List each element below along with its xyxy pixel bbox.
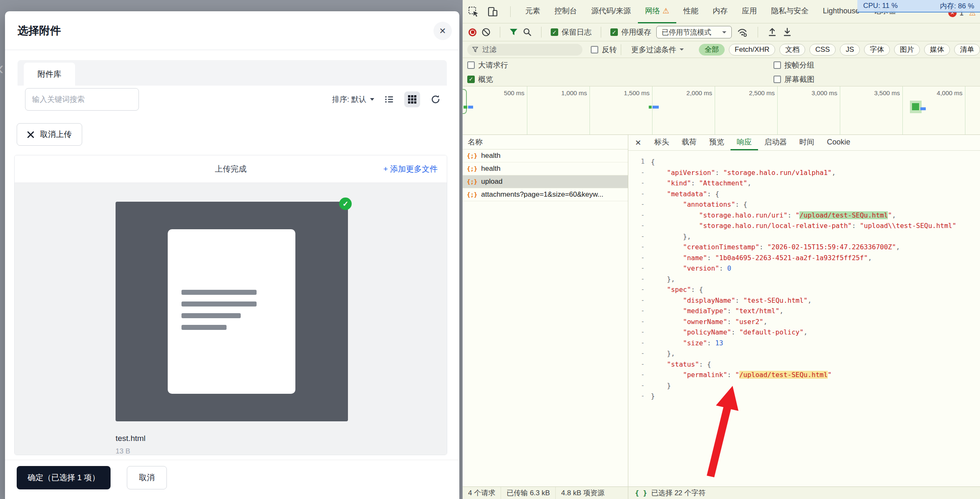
filter-chip-5[interactable]: 字体: [864, 44, 890, 56]
uploaded-file-card[interactable]: ✓: [116, 202, 348, 421]
memory-usage: 内存: 86 %: [940, 1, 974, 11]
response-tab-1[interactable]: 载荷: [675, 135, 703, 150]
line-gutter: -: [632, 391, 651, 402]
line-gutter: -: [632, 348, 651, 359]
code-text: },: [651, 274, 675, 285]
devtools-tab-7[interactable]: 隐私与安全: [764, 0, 816, 23]
devtools-tab-label: 元素: [525, 6, 540, 16]
code-line: - }: [632, 380, 980, 391]
code-text: "metadata": {: [651, 189, 719, 200]
devtools-tab-label: Lighthouse: [823, 7, 859, 15]
invert-label: 反转: [602, 45, 617, 55]
timeline-gridline: [652, 86, 652, 134]
response-tab-0[interactable]: 标头: [648, 135, 675, 150]
filter-chip-2[interactable]: 文档: [779, 44, 805, 56]
modal-footer: 确定（已选择 1 项） 取消: [5, 460, 459, 499]
devtools-tab-1[interactable]: 控制台: [547, 0, 584, 23]
overview-checkbox[interactable]: ✓ 概览: [467, 74, 493, 84]
more-filters-dropdown[interactable]: 更多过滤条件: [631, 45, 684, 55]
line-gutter: -: [632, 380, 651, 391]
timeline-request-mark: [652, 106, 659, 109]
divider: [510, 6, 511, 17]
inspect-element-button[interactable]: [468, 6, 479, 18]
devtools-tab-0[interactable]: 元素: [518, 0, 547, 23]
network-overview-timeline[interactable]: 500 ms1,000 ms1,500 ms2,000 ms2,500 ms3,…: [463, 86, 980, 135]
network-toolbar: ✓ 保留日志 ✓ 停用缓存 已停用节流模式: [463, 23, 980, 41]
cancel-button[interactable]: 取消: [127, 466, 167, 489]
devtools-tab-6[interactable]: 应用: [735, 0, 764, 23]
response-tab-6[interactable]: Cookie: [821, 135, 857, 150]
code-line: 1{: [632, 157, 980, 167]
group-by-frame-checkbox[interactable]: 按帧分组: [773, 60, 814, 70]
line-gutter: -: [632, 253, 651, 263]
grid-view-button[interactable]: [404, 91, 420, 107]
export-har-button[interactable]: [782, 27, 792, 37]
search-network-button[interactable]: [523, 28, 532, 37]
modal-tabbar: 附件库: [18, 60, 447, 86]
grid-view-icon: [408, 95, 417, 104]
network-conditions-button[interactable]: [737, 27, 748, 37]
funnel-icon: [509, 28, 518, 36]
screen: ‹ 选择附件 ✕ 附件库 排序: 默认: [0, 0, 980, 499]
line-gutter: -: [632, 295, 651, 306]
x-icon: [27, 131, 34, 138]
clear-network-log-button[interactable]: [481, 28, 491, 37]
request-row[interactable]: {;}upload: [463, 175, 628, 188]
device-toolbar-button[interactable]: [487, 6, 499, 18]
list-view-button[interactable]: [384, 94, 394, 104]
doc-line: [181, 313, 241, 318]
search-input[interactable]: [25, 88, 139, 111]
record-network-log-button[interactable]: [469, 28, 476, 36]
big-request-rows-checkbox[interactable]: 大请求行: [467, 60, 508, 70]
filter-row: 过滤 反转 更多过滤条件 全部Fetch/XHR文档CSSJS字体图片媒体清单: [463, 41, 980, 58]
document-thumbnail: [168, 229, 295, 394]
close-response-panel-button[interactable]: ✕: [628, 135, 648, 150]
throttling-select[interactable]: 已停用节流模式: [656, 26, 732, 38]
request-row[interactable]: {;}health: [463, 149, 628, 162]
network-conditions-icon: [737, 27, 748, 37]
response-tab-4[interactable]: 启动器: [758, 135, 793, 150]
download-arrow-icon: [782, 27, 792, 37]
code-text: "kind": "Attachment",: [651, 178, 751, 189]
sort-dropdown[interactable]: 排序: 默认: [332, 94, 374, 104]
filter-chip-7[interactable]: 媒体: [924, 44, 950, 56]
cancel-upload-button[interactable]: 取消上传: [17, 123, 82, 146]
request-row[interactable]: {;}attachments?page=1&size=60&keyw...: [463, 188, 628, 201]
timeline-gridline: [715, 86, 715, 134]
response-tab-3[interactable]: 响应: [731, 135, 758, 150]
filter-chip-4[interactable]: JS: [840, 44, 860, 56]
filter-input[interactable]: 过滤: [467, 44, 582, 56]
devtools-tab-4[interactable]: 性能: [676, 0, 705, 23]
chevron-down-icon: [370, 98, 374, 101]
filter-chip-8[interactable]: 清单: [954, 44, 980, 56]
timeline-gridline: [777, 86, 778, 134]
response-tab-2[interactable]: 预览: [703, 135, 731, 150]
filter-chip-6[interactable]: 图片: [894, 44, 920, 56]
devtools-tab-3[interactable]: 网络⚠: [638, 0, 676, 23]
tab-attachment-library[interactable]: 附件库: [24, 63, 75, 86]
filter-button[interactable]: [509, 28, 518, 36]
code-line: - "annotations": {: [632, 199, 980, 210]
devtools-tab-5[interactable]: 内存: [705, 0, 735, 23]
preserve-log-checkbox[interactable]: ✓ 保留日志: [551, 27, 592, 37]
filter-chip-0[interactable]: 全部: [699, 44, 725, 56]
disable-cache-checkbox[interactable]: ✓ 停用缓存: [610, 27, 651, 37]
filter-chip-1[interactable]: Fetch/XHR: [729, 44, 775, 56]
screenshots-checkbox[interactable]: 屏幕截图: [773, 74, 814, 84]
import-har-button[interactable]: [767, 27, 777, 37]
doc-line: [181, 290, 257, 295]
divider: [500, 27, 500, 38]
code-line: - },: [632, 348, 980, 359]
invert-filter-checkbox[interactable]: 反转: [591, 45, 617, 55]
add-more-files-button[interactable]: + 添加更多文件: [383, 155, 438, 183]
filter-chip-3[interactable]: CSS: [809, 44, 836, 56]
modal-close-button[interactable]: ✕: [433, 22, 452, 40]
timeline-gridline: [590, 86, 590, 134]
code-text: "name": "1b0a4695-2263-4521-aa2f-1a932f5…: [651, 253, 872, 263]
refresh-button[interactable]: [430, 94, 441, 105]
request-row[interactable]: {;}health: [463, 162, 628, 175]
disable-cache-label: 停用缓存: [621, 27, 651, 37]
response-tab-5[interactable]: 时间: [793, 135, 821, 150]
confirm-button[interactable]: 确定（已选择 1 项）: [17, 466, 111, 489]
devtools-tab-2[interactable]: 源代码/来源: [584, 0, 638, 23]
